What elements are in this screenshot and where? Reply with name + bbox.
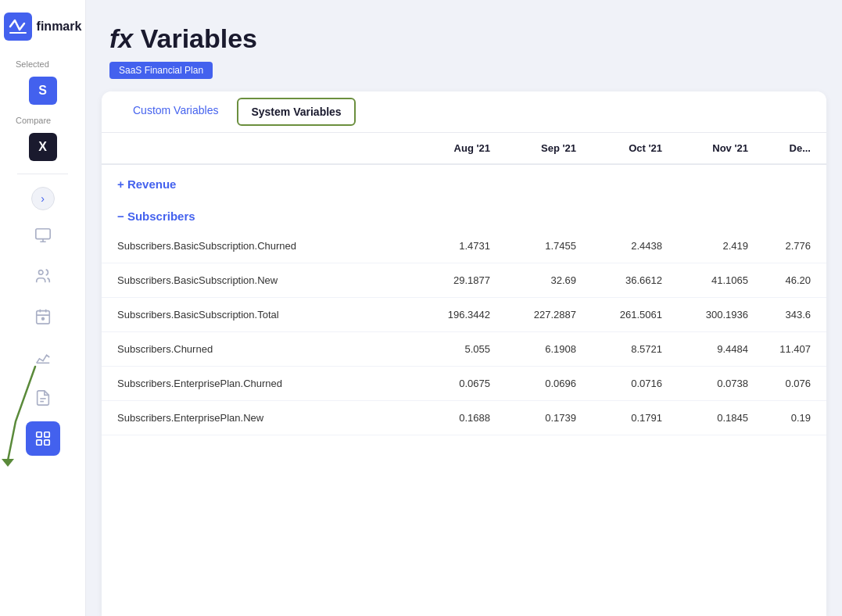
row-sep: 0.1739 [490, 412, 576, 424]
col-oct: Oct '21 [576, 142, 662, 154]
row-sep: 1.7455 [490, 240, 576, 252]
row-nov: 0.1845 [662, 412, 748, 424]
people-icon [34, 267, 52, 285]
row-nov: 300.1936 [662, 309, 748, 321]
row-name: Subscribers.EnterprisePlan.Churned [117, 378, 404, 389]
subscribers-toggle-icon: − [117, 210, 124, 223]
table-row: Subscribers.BasicSubscription.Total 196.… [102, 298, 826, 332]
row-dec: 46.20 [748, 274, 811, 286]
row-aug: 0.0675 [404, 378, 490, 389]
section-revenue[interactable]: + Revenue [102, 165, 826, 197]
row-nov: 9.4484 [662, 343, 748, 355]
row-sep: 6.1908 [490, 343, 576, 355]
compare-label: Compare [0, 116, 51, 125]
row-aug: 5.055 [404, 343, 490, 355]
section-subscribers[interactable]: − Subscribers [102, 197, 826, 229]
main-content: fx Variables SaaS Financial Plan Custom … [86, 0, 842, 616]
table-row: Subscribers.BasicSubscription.Churned 1.… [102, 229, 826, 263]
row-sep: 32.69 [490, 274, 576, 286]
table-row: Subscribers.BasicSubscription.New 29.187… [102, 263, 826, 298]
tabs-bar: Custom Variables System Variables [102, 91, 826, 133]
sidebar-item-document[interactable] [26, 381, 60, 415]
sidebar-item-variables[interactable] [26, 421, 60, 456]
sidebar: finmark Selected S Compare X › [0, 0, 86, 616]
row-dec: 11.407 [748, 343, 811, 355]
row-nov: 0.0738 [662, 378, 748, 389]
row-oct: 261.5061 [576, 309, 662, 321]
svg-marker-1 [2, 459, 14, 467]
tab-system-variables[interactable]: System Variables [237, 98, 355, 126]
svg-rect-9 [44, 432, 48, 437]
table-header: Aug '21 Sep '21 Oct '21 Nov '21 De... [102, 133, 826, 165]
svg-point-3 [38, 270, 43, 275]
document-icon [34, 389, 52, 406]
svg-rect-11 [44, 440, 48, 445]
sidebar-item-dashboard[interactable] [26, 218, 60, 252]
plan-badge: SaaS Financial Plan [109, 62, 213, 79]
row-dec: 343.6 [748, 309, 811, 321]
row-name: Subscribers.BasicSubscription.Total [117, 309, 404, 321]
chart-icon [34, 349, 52, 366]
sidebar-item-chart[interactable] [26, 340, 60, 374]
subscribers-label: Subscribers [127, 210, 195, 223]
table-row: Subscribers.EnterprisePlan.New 0.1688 0.… [102, 401, 826, 435]
svg-point-5 [41, 317, 44, 320]
logo: finmark [4, 13, 82, 41]
row-dec: 0.076 [748, 378, 811, 389]
svg-rect-8 [36, 432, 41, 437]
revenue-label: Revenue [127, 177, 177, 191]
row-nov: 41.1065 [662, 274, 748, 286]
row-aug: 0.1688 [404, 412, 490, 424]
row-dec: 0.19 [748, 412, 811, 424]
row-name: Subscribers.Churned [117, 343, 404, 355]
col-aug: Aug '21 [404, 142, 490, 154]
monitor-icon [34, 227, 52, 244]
col-name [117, 142, 404, 154]
tab-custom-variables[interactable]: Custom Variables [117, 91, 234, 132]
col-sep: Sep '21 [490, 142, 576, 154]
row-name: Subscribers.BasicSubscription.Churned [117, 240, 404, 252]
sidebar-item-people[interactable] [26, 259, 60, 293]
compare-avatar[interactable]: X [29, 133, 57, 161]
revenue-toggle-icon: + [117, 177, 124, 191]
col-nov: Nov '21 [662, 142, 748, 154]
logo-text: finmark [37, 20, 82, 34]
page-title: fx Variables [109, 23, 819, 54]
table-row: Subscribers.EnterprisePlan.Churned 0.067… [102, 367, 826, 401]
row-oct: 8.5721 [576, 343, 662, 355]
row-oct: 36.6612 [576, 274, 662, 286]
variables-icon [34, 430, 52, 447]
logo-icon [4, 13, 32, 41]
sidebar-divider [17, 174, 68, 174]
row-aug: 1.4731 [404, 240, 490, 252]
row-aug: 29.1877 [404, 274, 490, 286]
row-nov: 2.419 [662, 240, 748, 252]
col-dec: De... [748, 142, 811, 154]
row-oct: 0.0716 [576, 378, 662, 389]
row-sep: 227.2887 [490, 309, 576, 321]
sidebar-item-calendar[interactable] [26, 299, 60, 334]
svg-rect-10 [36, 440, 41, 445]
tab-container: Custom Variables System Variables Aug '2… [102, 91, 826, 616]
calendar-icon [34, 308, 52, 325]
row-oct: 0.1791 [576, 412, 662, 424]
row-aug: 196.3442 [404, 309, 490, 321]
selected-label: Selected [0, 59, 49, 69]
selected-avatar[interactable]: S [29, 77, 57, 105]
row-dec: 2.776 [748, 240, 811, 252]
fx-prefix: fx [109, 23, 141, 53]
chevron-right-icon: › [41, 192, 45, 205]
row-oct: 2.4438 [576, 240, 662, 252]
page-header: fx Variables SaaS Financial Plan [86, 23, 842, 91]
row-name: Subscribers.EnterprisePlan.New [117, 412, 404, 424]
row-sep: 0.0696 [490, 378, 576, 389]
table-area: Aug '21 Sep '21 Oct '21 Nov '21 De... + … [102, 133, 826, 616]
sidebar-toggle-btn[interactable]: › [31, 187, 55, 210]
svg-rect-2 [35, 229, 49, 239]
table-row: Subscribers.Churned 5.055 6.1908 8.5721 … [102, 332, 826, 367]
row-name: Subscribers.BasicSubscription.New [117, 274, 404, 286]
